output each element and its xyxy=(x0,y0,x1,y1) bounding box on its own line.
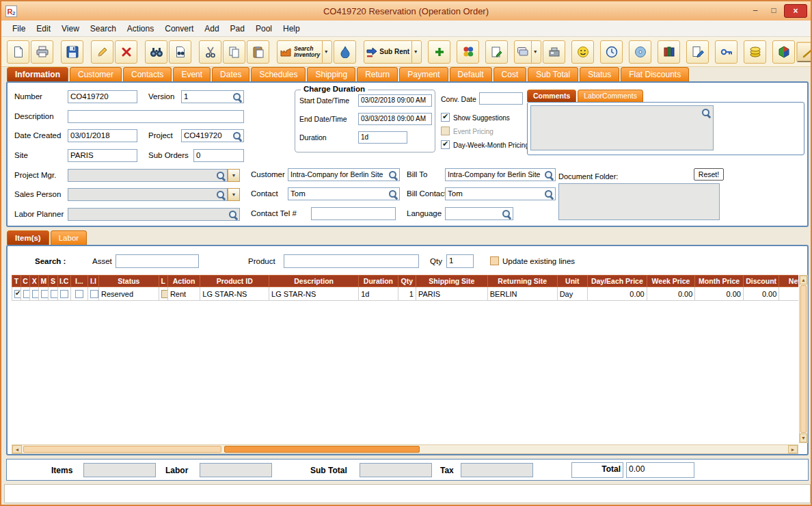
smiley-button[interactable] xyxy=(571,40,594,64)
horizontal-scrollbar[interactable]: ◄ ► xyxy=(12,444,798,454)
cell-discount[interactable]: 0.00 xyxy=(743,287,779,301)
comments-textarea[interactable] xyxy=(530,105,714,150)
tab-default[interactable]: Default xyxy=(450,67,492,81)
cell-unit[interactable]: Day xyxy=(557,287,587,301)
asset-search-input[interactable] xyxy=(116,254,199,268)
site-field[interactable]: PARIS xyxy=(68,149,137,162)
minimize-button[interactable]: – xyxy=(747,5,763,17)
delete-button[interactable] xyxy=(115,40,137,64)
search-icon[interactable] xyxy=(216,171,226,181)
menu-edit[interactable]: Edit xyxy=(31,22,56,36)
update-existing-lines-checkbox[interactable] xyxy=(490,256,499,265)
scroll-left-icon[interactable]: ◄ xyxy=(12,445,22,453)
version-field[interactable]: 1 xyxy=(181,90,244,103)
t-checkbox[interactable] xyxy=(14,290,21,298)
sub-rent-button[interactable]: Sub Rent ▼ xyxy=(364,40,422,64)
dropdown-arrow-icon[interactable]: ▼ xyxy=(322,41,329,63)
menu-convert[interactable]: Convert xyxy=(159,22,199,36)
project-mgr-field[interactable] xyxy=(68,169,228,182)
menu-help[interactable]: Help xyxy=(278,22,306,36)
close-button[interactable]: × xyxy=(784,4,807,18)
tab-customer[interactable]: Customer xyxy=(70,67,122,81)
cell-product-id[interactable]: LG STAR-NS xyxy=(200,287,269,301)
sales-person-field[interactable] xyxy=(68,188,228,201)
search-icon[interactable] xyxy=(232,92,242,102)
cell-day-each-price[interactable]: 0.00 xyxy=(588,287,647,301)
date-created-field[interactable]: 03/01/2018 xyxy=(68,129,137,142)
vertical-scrollbar[interactable]: ▲ ▼ xyxy=(799,275,808,443)
maximize-button[interactable]: □ xyxy=(766,5,782,17)
cut-button[interactable] xyxy=(199,40,221,64)
c-checkbox[interactable] xyxy=(23,290,30,298)
end-datetime-field[interactable]: 03/03/2018 09:00 AM xyxy=(358,113,432,125)
start-datetime-field[interactable]: 03/02/2018 09:00 AM xyxy=(358,94,432,107)
magic-wand-button[interactable] xyxy=(796,42,812,62)
menu-view[interactable]: View xyxy=(56,22,85,36)
tab-dates[interactable]: Dates xyxy=(212,67,249,81)
cell-x[interactable] xyxy=(30,287,39,301)
search-icon[interactable] xyxy=(544,189,554,199)
scroll-up-icon[interactable]: ▲ xyxy=(800,276,807,284)
tab-status[interactable]: Status xyxy=(580,67,619,81)
description-field[interactable] xyxy=(68,110,244,123)
cell-description[interactable]: LG STAR-NS xyxy=(269,287,359,301)
number-field[interactable]: CO419720 xyxy=(68,90,137,103)
cell-ii[interactable] xyxy=(87,287,98,301)
clock-button[interactable] xyxy=(600,40,623,64)
search-inventory-button[interactable]: SearchInventory ▼ xyxy=(277,40,332,64)
books-button[interactable] xyxy=(658,40,680,64)
menu-pad[interactable]: Pad xyxy=(225,22,250,36)
droplet-button[interactable] xyxy=(334,40,356,64)
tab-flat-discounts[interactable]: Flat Discounts xyxy=(621,67,689,81)
coins-button[interactable] xyxy=(744,40,766,64)
page-edit-button[interactable] xyxy=(686,40,709,64)
cell-s[interactable] xyxy=(49,287,57,301)
sub-orders-field[interactable]: 0 xyxy=(193,149,244,162)
search-icon[interactable] xyxy=(544,170,554,180)
qty-input[interactable]: 1 xyxy=(446,254,474,268)
contact-tel-field[interactable] xyxy=(311,207,396,220)
project-mgr-dropdown-button[interactable]: ▼ xyxy=(228,169,240,182)
search-icon[interactable] xyxy=(216,190,226,200)
tab-comments[interactable]: Comments xyxy=(527,90,576,102)
cell-idots[interactable] xyxy=(70,287,87,301)
cell-m[interactable] xyxy=(39,287,49,301)
x-checkbox[interactable] xyxy=(32,290,39,298)
tab-labor[interactable]: Labor xyxy=(51,230,87,245)
menu-file[interactable]: File xyxy=(7,22,31,36)
find-in-document-button[interactable] xyxy=(169,40,191,64)
copy-button[interactable] xyxy=(223,40,245,64)
search-icon[interactable] xyxy=(388,170,398,180)
sales-person-dropdown-button[interactable]: ▼ xyxy=(228,188,240,201)
menu-search[interactable]: Search xyxy=(85,22,122,36)
new-button[interactable] xyxy=(7,40,29,64)
cell-week-price[interactable]: 0.00 xyxy=(647,287,695,301)
cube-button[interactable] xyxy=(772,40,795,64)
find-button[interactable] xyxy=(145,40,167,64)
save-button[interactable] xyxy=(61,40,83,64)
tab-cost[interactable]: Cost xyxy=(493,67,527,81)
search-icon[interactable] xyxy=(228,210,238,219)
cell-l[interactable] xyxy=(159,287,167,301)
tab-event[interactable]: Event xyxy=(173,67,211,81)
tab-items[interactable]: Item(s) xyxy=(7,230,49,245)
cell-action[interactable]: Rent xyxy=(167,287,200,301)
dwm-pricing-checkbox[interactable] xyxy=(441,140,450,149)
cell-status[interactable]: Reserved xyxy=(99,287,159,301)
vscroll-thumb[interactable] xyxy=(800,285,807,433)
document-folder-box[interactable] xyxy=(558,183,720,220)
scroll-right-icon[interactable]: ► xyxy=(788,445,798,453)
reset-button[interactable]: Reset! xyxy=(694,168,724,181)
cell-qty[interactable]: 1 xyxy=(398,287,416,301)
tab-payment[interactable]: Payment xyxy=(399,67,448,81)
print-button[interactable] xyxy=(31,40,53,64)
project-field[interactable]: CO419720 xyxy=(181,129,244,142)
bill-to-field[interactable]: Intra-Company for Berlin Site xyxy=(445,168,556,181)
ic-checkbox[interactable] xyxy=(60,290,68,298)
show-suggestions-checkbox[interactable] xyxy=(441,113,450,122)
cell-month-price[interactable]: 0.00 xyxy=(695,287,744,301)
l-checkbox[interactable] xyxy=(161,290,168,298)
search-icon[interactable] xyxy=(232,131,242,141)
dropdown-arrow-icon[interactable]: ▼ xyxy=(531,41,539,63)
search-icon[interactable] xyxy=(502,209,511,219)
